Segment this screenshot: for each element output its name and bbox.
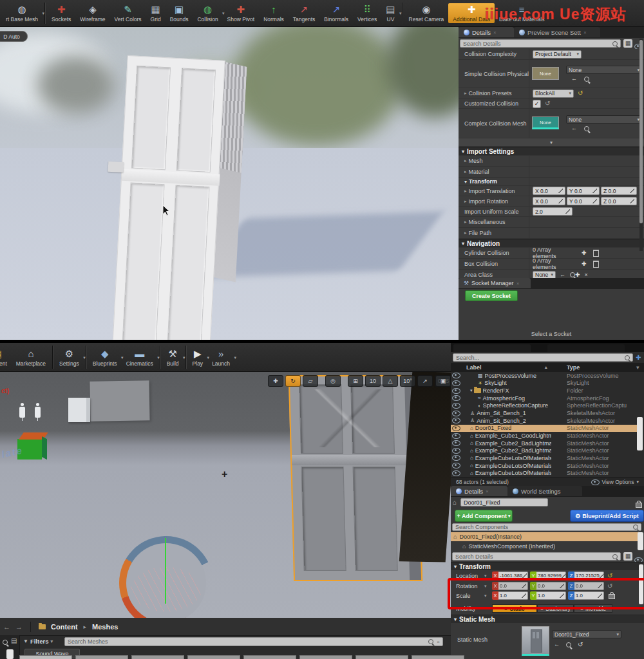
asset-dropdown[interactable]: None▾ [566,115,642,124]
visibility-eye-icon[interactable] [451,418,461,423]
asset-tile[interactable] [412,655,464,659]
property-row-complex-collision-mesh[interactable]: Complex Collision MeshNoneNone▾← [459,109,644,138]
asset-tile[interactable] [243,655,296,659]
checkbox[interactable]: ✓ [533,100,541,108]
snap-value-button[interactable]: 10 [365,375,381,387]
component-row-door01-fixed-instance[interactable]: ⌂Door01_Fixed(Instance) [451,532,639,541]
axis-z-field[interactable]: Z1.0 [568,591,604,600]
add-component-button[interactable]: + Add Component▾ [455,510,513,522]
folder-expander-icon[interactable]: ▾ [470,388,473,393]
display-filter-icon[interactable]: ▦ [623,552,632,561]
white-cube-mesh[interactable] [68,398,90,422]
outliner-row-anim-sit-bench-1[interactable]: ♙Anim_Sit_Bench_1SkeletalMeshActor [451,409,643,417]
toolbar-button-binormals[interactable]: ↗Binormals [319,3,353,23]
toolbar-button-normals[interactable]: ↑Normals [259,3,289,23]
list-view-icon[interactable]: ▤ [11,637,17,644]
expander-icon[interactable]: ▸ [464,199,467,204]
transform-label[interactable]: Rotation [456,583,484,589]
axis-y-field[interactable]: Y0.0 [530,582,566,590]
asset-tile[interactable] [355,655,408,659]
visibility-eye-icon[interactable] [451,380,461,386]
property-row-import-uniform-scale[interactable]: Import Uniform Scale2.0 [459,207,644,217]
property-row-import-rotation[interactable]: ▸Import RotationX 0.0Y 0.0Z 0.0 [459,196,644,207]
visibility-eye-icon[interactable] [451,463,461,469]
column-type[interactable]: Type [567,364,580,371]
component-row-staticmeshcomponent-inherited[interactable]: ⌂StaticMeshComponent (Inherited) [451,542,644,551]
components-scrollbar-thumb[interactable] [638,532,643,550]
property-row-import-translation[interactable]: ▸Import TranslationX 0.0Y 0.0Z 0.0 [459,186,644,196]
dropdown-collision-presets[interactable]: BlockAll▾ [533,89,574,98]
toolbar-button-reset-camera[interactable]: ◉Reset Camera [404,3,449,23]
grid-snap-button[interactable]: ⊞ [348,375,363,387]
toolbar-button-cinematics[interactable]: ▬Cinematics▾ [122,348,158,367]
scale-snap-button[interactable]: ↗ [417,375,433,387]
toolbar-button-rt-base-mesh[interactable]: ◍rt Base Mesh▾ [1,3,43,23]
skeletal-bench-actor-1[interactable] [18,403,27,422]
expander-icon[interactable]: ▸ [464,230,467,236]
outliner-row-examplecubelotsofmaterials[interactable]: ⌂ExampleCubeLotsOfMaterialsStaticMeshAct… [451,454,643,462]
outliner-column-header[interactable]: Label ▴ Type ▾ [451,363,644,372]
axis-y-field[interactable]: Y1.0 [530,591,566,600]
property-row-miscellaneous[interactable]: ▸Miscellaneous [459,217,644,228]
visibility-eye-icon[interactable] [451,395,461,401]
rotate-gizmo-button[interactable]: ↻ [285,375,301,387]
add-icon[interactable]: ✚ [575,272,580,278]
asset-thumbnail[interactable]: None [532,67,559,80]
lock-icon[interactable] [609,590,615,602]
axis-x-field[interactable]: X0.0 [492,582,528,590]
scale-gizmo-button[interactable]: ▱ [303,375,318,387]
mobility-stationary-button[interactable]: Stationary [537,604,574,613]
search-details-input[interactable]: Search Details [452,552,621,561]
visibility-eye-icon[interactable] [451,455,461,461]
outliner-row-example-cube2-badlightmap2[interactable]: ⌂Example_Cube2_BadLightmap2StaticMeshAct… [451,447,643,455]
reset-icon[interactable]: ↺ [607,582,612,589]
outliner-row-examplecubelotsofmaterials2[interactable]: ⌂ExampleCubeLotsOfMaterials2StaticMeshAc… [451,462,643,470]
add-actor-icon[interactable]: ✚ [636,354,641,361]
display-filter-icon[interactable]: ▦ [623,39,632,48]
search-components-input[interactable]: Search Components [452,523,641,531]
property-row-mesh[interactable]: ▸Mesh [459,156,644,167]
axis-field-z[interactable]: Z 0.0 [601,187,637,195]
outliner-row-spherereflectioncapture[interactable]: ◐SphereReflectionCaptureSphereReflection… [451,402,643,410]
use-selected-icon[interactable]: ← [571,125,577,131]
static-mesh-thumbnail[interactable] [522,626,549,656]
asset-tile[interactable] [131,655,184,659]
dropdown-collision-complexity[interactable]: Project Default▾ [533,50,582,59]
expander-icon[interactable]: ▸ [464,158,467,163]
back-arrow-icon[interactable]: ← [3,623,10,631]
gray-slab-mesh[interactable] [90,380,149,422]
tab-details[interactable]: Details× [451,486,507,496]
toolbar-button-bounds[interactable]: ▣Bounds [166,3,193,23]
clear-icon[interactable]: × [437,639,440,645]
tab-world-settings[interactable]: World Settings [507,486,582,496]
toolbar-button-content[interactable]: ▦Content [0,348,12,367]
close-icon[interactable]: × [493,30,497,35]
outliner-row-anim-sit-bench-2[interactable]: ♙Anim_Sit_Bench_2SkeletalMeshActor [451,417,643,425]
outliner-row-example-cube1-goodlightmap[interactable]: ⌂Example_Cube1_GoodLightmapStaticMeshAct… [451,432,643,440]
forward-arrow-icon[interactable]: → [15,623,23,631]
expander-icon[interactable]: ▸ [464,189,467,194]
property-row-import-settings[interactable]: ▾Import Settings [459,147,644,156]
expander-icon[interactable]: ▸ [464,91,467,96]
column-label[interactable]: Label [466,364,482,371]
toolbar-button-vertices[interactable]: ⠿Vertices [353,3,381,23]
visibility-eye-icon[interactable] [451,388,461,394]
expander-icon[interactable]: ▸ [464,169,467,174]
browse-icon[interactable] [566,642,571,647]
tab-preview-scene-settings[interactable]: Preview Scene Sett× [514,27,600,37]
toolbar-button-collision[interactable]: ◍Collision▾ [193,3,222,23]
asset-tile[interactable] [75,655,128,659]
mesh-editor-viewport[interactable]: D Auto [0,27,459,340]
reset-icon[interactable]: ↺ [607,572,612,579]
reset-icon[interactable]: ↺ [578,642,583,647]
property-row-customized-collision[interactable]: Customized Collision✓↺ [459,99,644,109]
outliner-row-door01-fixed[interactable]: ⌂Door01_FixedStaticMeshActor [451,425,643,432]
toolbar-button-uv[interactable]: ▤UV▾ [381,3,399,23]
outliner-scrollbar-thumb[interactable] [637,417,643,450]
asset-tile[interactable] [299,655,352,659]
visibility-eye-icon[interactable] [451,411,461,416]
visibility-eye-icon[interactable] [451,425,461,431]
level-viewport[interactable]: + ct) late ✚↻▱◎⊞10△10°↗0.25◉4 ▣ [0,372,451,618]
toolbar-button-vert-colors[interactable]: ✎Vert Colors [110,3,146,23]
axis-z-field[interactable]: Z170.21525 [568,571,604,580]
